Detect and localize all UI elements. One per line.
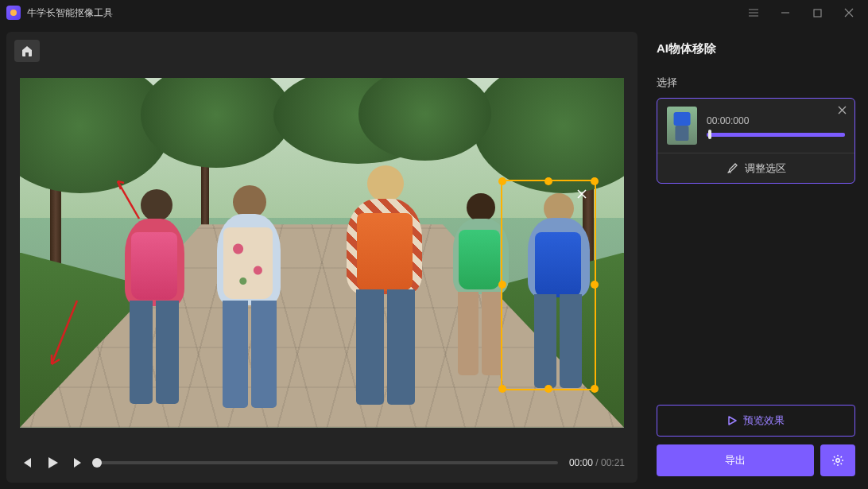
play-icon (727, 416, 737, 425)
gear-icon (831, 454, 844, 467)
selection-thumbnail (667, 107, 697, 145)
svg-point-1 (836, 459, 839, 462)
video-frame[interactable] (20, 78, 624, 428)
selection-info: 00:00:000 (707, 115, 845, 137)
total-time: 00:21 (601, 457, 625, 468)
menu-button[interactable] (738, 0, 769, 25)
time-display: 00:00 / 00:21 (569, 457, 625, 468)
side-panel: AI物体移除 选择 00:00:000 调整选区 (644, 25, 868, 489)
prev-frame-button[interactable] (19, 456, 33, 470)
selection-timeline[interactable] (707, 133, 845, 137)
selection-handle[interactable] (498, 385, 506, 393)
minimize-button[interactable] (769, 0, 801, 25)
selection-item[interactable]: 00:00:000 (657, 99, 854, 153)
preview-label: 预览效果 (743, 413, 785, 428)
timeline[interactable] (97, 461, 558, 464)
selection-timeline-thumb[interactable] (708, 130, 711, 139)
select-section-label: 选择 (657, 76, 855, 90)
bottom-actions: 预览效果 导出 (657, 405, 855, 476)
selection-remove-button[interactable] (838, 105, 847, 117)
window-controls (738, 0, 865, 25)
selection-handle[interactable] (591, 177, 599, 185)
selection-close-button[interactable] (574, 186, 590, 202)
preview-effect-button[interactable]: 预览效果 (657, 405, 855, 437)
current-time: 00:00 (569, 457, 593, 468)
main-area: 00:00 / 00:21 AI物体移除 选择 00:00:000 (0, 25, 868, 489)
video-container (6, 32, 637, 443)
next-frame-button[interactable] (72, 456, 86, 470)
selection-handle[interactable] (591, 281, 599, 289)
selection-handle[interactable] (544, 385, 552, 393)
titlebar: 牛学长智能抠像工具 (0, 0, 868, 25)
preview-pane: 00:00 / 00:21 (6, 32, 637, 483)
close-button[interactable] (833, 0, 865, 25)
adjust-selection-button[interactable]: 调整选区 (657, 153, 854, 183)
export-settings-button[interactable] (820, 444, 855, 476)
brush-icon (726, 162, 738, 175)
panel-title: AI物体移除 (657, 41, 855, 56)
app-title: 牛学长智能抠像工具 (27, 6, 113, 20)
selection-handle[interactable] (498, 177, 506, 185)
adjust-label: 调整选区 (745, 161, 786, 176)
svg-rect-0 (814, 10, 821, 17)
export-label: 导出 (725, 453, 746, 468)
timeline-thumb[interactable] (92, 458, 102, 468)
selection-handle[interactable] (591, 385, 599, 393)
selection-card: 00:00:000 调整选区 (657, 98, 855, 184)
selection-timestamp: 00:00:000 (707, 115, 845, 126)
export-button[interactable]: 导出 (657, 444, 814, 476)
player-bar: 00:00 / 00:21 (6, 443, 637, 483)
selection-handle[interactable] (498, 281, 506, 289)
app-logo (6, 6, 21, 20)
play-button[interactable] (45, 455, 60, 471)
selection-handle[interactable] (544, 177, 552, 185)
player-controls (19, 455, 86, 471)
titlebar-left: 牛学长智能抠像工具 (6, 6, 113, 20)
maximize-button[interactable] (801, 0, 833, 25)
home-button[interactable] (14, 40, 40, 62)
